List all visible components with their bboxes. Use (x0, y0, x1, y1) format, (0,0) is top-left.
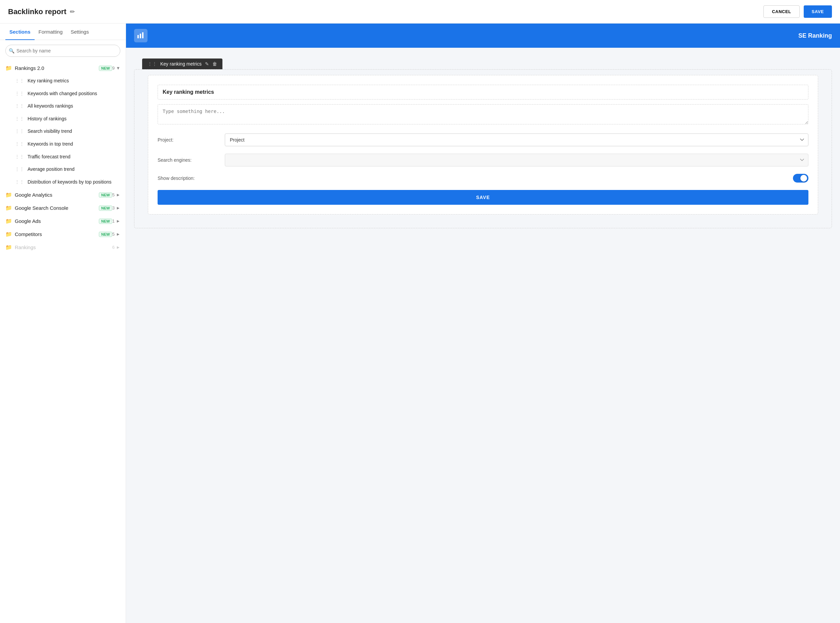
item-label-avg-position: Average position trend (28, 166, 75, 173)
chart-icon (137, 32, 145, 40)
section-card: Project: Project Search engines: (148, 75, 818, 215)
folder-icon: 📁 (5, 218, 12, 224)
header-left: Backlinko report ✏ (8, 8, 75, 16)
project-label: Project: (158, 137, 225, 143)
folder-name-rankings-2: Rankings 2.0 (15, 65, 96, 71)
search-engines-label: Search engines: (158, 157, 225, 163)
project-select[interactable]: Project (225, 134, 808, 146)
badge-new-rankings-2: NEW (99, 66, 112, 71)
list-item-search-visibility[interactable]: ⋮⋮ Search visibility trend (0, 125, 125, 138)
folder-competitors[interactable]: 📁 Competitors NEW 5 ► (0, 228, 125, 241)
badge-new-google-ads: NEW (99, 218, 112, 224)
card-title-input[interactable] (158, 85, 808, 100)
list-item-all-keywords[interactable]: ⋮⋮ All keywords rankings (0, 100, 125, 113)
section-drag-handle-icon: ⋮⋮ (147, 61, 157, 67)
tab-settings[interactable]: Settings (67, 23, 93, 40)
section-tree: 📁 Rankings 2.0 NEW 9 ▼ ⋮⋮ Key ranking me… (0, 61, 125, 623)
sidebar-tabs: Sections Formatting Settings (0, 23, 125, 40)
panel-header: SE Ranking (126, 23, 840, 48)
page-title: Backlinko report (8, 8, 67, 16)
toggle-slider (793, 174, 808, 183)
search-engines-select[interactable] (225, 153, 808, 166)
badge-new-competitors: NEW (99, 232, 112, 237)
folder-google-analytics[interactable]: 📁 Google Analytics NEW 5 ► (0, 188, 125, 201)
search-icon: 🔍 (9, 48, 14, 54)
edit-icon[interactable]: ✏ (70, 8, 75, 15)
cancel-button[interactable]: CANCEL (763, 5, 799, 18)
folder-count-google-ads: 1 (112, 218, 115, 224)
drag-handle-icon: ⋮⋮ (15, 116, 24, 121)
save-header-button[interactable]: SAVE (804, 5, 832, 18)
drag-handle-icon: ⋮⋮ (15, 166, 24, 172)
list-item-traffic-forecast[interactable]: ⋮⋮ Traffic forecast trend (0, 150, 125, 163)
list-item-avg-position[interactable]: ⋮⋮ Average position trend (0, 163, 125, 176)
folder-icon: 📁 (5, 205, 12, 211)
folder-google-search-console[interactable]: 📁 Google Search Console NEW 3 ► (0, 201, 125, 215)
drag-handle-icon: ⋮⋮ (15, 91, 24, 96)
badge-new-google-search-console: NEW (99, 206, 112, 211)
list-item-key-ranking[interactable]: ⋮⋮ Key ranking metrics (0, 75, 125, 87)
section-label-text: Key ranking metrics (160, 61, 202, 67)
list-item-keywords-changed[interactable]: ⋮⋮ Keywords with changed positions (0, 87, 125, 100)
section-delete-icon[interactable]: 🗑 (212, 61, 217, 67)
folder-name-google-ads: Google Ads (15, 218, 96, 224)
folder-icon: 📁 (5, 244, 12, 250)
item-label-search-visibility: Search visibility trend (28, 128, 72, 135)
chevron-right-icon: ► (116, 245, 120, 250)
folder-count-competitors: 5 (112, 232, 115, 237)
folder-name-rankings: Rankings (15, 244, 112, 250)
right-panel: SE Ranking ⋮⋮ Key ranking metrics ✎ 🗑 Pr… (126, 23, 840, 623)
search-area: 🔍 (0, 40, 125, 61)
folder-count-google-analytics: 5 (112, 192, 115, 197)
folder-icon: 📁 (5, 231, 12, 237)
search-engines-row: Search engines: (158, 153, 808, 166)
list-item-distribution[interactable]: ⋮⋮ Distribution of keywords by top posit… (0, 176, 125, 189)
drag-handle-icon: ⋮⋮ (15, 141, 24, 147)
folder-name-google-search-console: Google Search Console (15, 205, 96, 211)
badge-new-google-analytics: NEW (99, 192, 112, 198)
project-row: Project: Project (158, 134, 808, 146)
folder-rankings-2[interactable]: 📁 Rankings 2.0 NEW 9 ▼ (0, 61, 125, 75)
panel-header-title: SE Ranking (798, 32, 832, 39)
folder-google-ads[interactable]: 📁 Google Ads NEW 1 ► (0, 215, 125, 228)
drag-handle-icon: ⋮⋮ (15, 103, 24, 109)
section-edit-icon[interactable]: ✎ (205, 61, 209, 67)
item-label-all-keywords: All keywords rankings (28, 103, 73, 110)
folder-icon: 📁 (5, 192, 12, 198)
panel-header-icon (134, 29, 147, 42)
drag-handle-icon: ⋮⋮ (15, 179, 24, 184)
svg-rect-0 (138, 35, 139, 38)
chevron-right-icon: ► (116, 232, 120, 237)
project-control: Project (225, 134, 808, 146)
item-label-traffic-forecast: Traffic forecast trend (28, 153, 70, 160)
folder-rankings[interactable]: 📁 Rankings 6 ► (0, 241, 125, 254)
item-label-keywords-changed: Keywords with changed positions (28, 91, 97, 97)
card-save-button[interactable]: SAVE (158, 190, 808, 205)
drag-handle-icon: ⋮⋮ (15, 78, 24, 83)
section-label-bar: ⋮⋮ Key ranking metrics ✎ 🗑 (142, 58, 222, 69)
list-item-history-rankings[interactable]: ⋮⋮ History of rankings (0, 113, 125, 126)
app-header: Backlinko report ✏ CANCEL SAVE (0, 0, 840, 23)
item-label-key-ranking: Key ranking metrics (28, 78, 69, 84)
svg-rect-1 (140, 34, 141, 38)
chevron-right-icon: ► (116, 206, 120, 210)
list-item-keywords-top[interactable]: ⋮⋮ Keywords in top trend (0, 138, 125, 150)
tab-sections[interactable]: Sections (5, 23, 35, 40)
tab-formatting[interactable]: Formatting (35, 23, 67, 40)
folder-icon: 📁 (5, 65, 12, 71)
folder-count-google-search-console: 3 (112, 206, 115, 210)
show-description-label: Show description: (158, 175, 225, 181)
drag-handle-icon: ⋮⋮ (15, 154, 24, 160)
search-engines-control (225, 153, 808, 166)
item-label-history-rankings: History of rankings (28, 116, 67, 123)
chevron-right-icon: ► (116, 192, 120, 197)
show-description-toggle[interactable] (793, 174, 808, 183)
item-label-keywords-top: Keywords in top trend (28, 141, 73, 147)
search-input[interactable] (5, 45, 120, 57)
svg-rect-2 (142, 32, 144, 38)
sidebar: Sections Formatting Settings 🔍 📁 Ranking… (0, 23, 126, 623)
chevron-down-icon: ▼ (116, 66, 120, 71)
show-description-control (225, 174, 808, 183)
card-desc-input[interactable] (158, 104, 808, 124)
header-actions: CANCEL SAVE (763, 5, 832, 18)
